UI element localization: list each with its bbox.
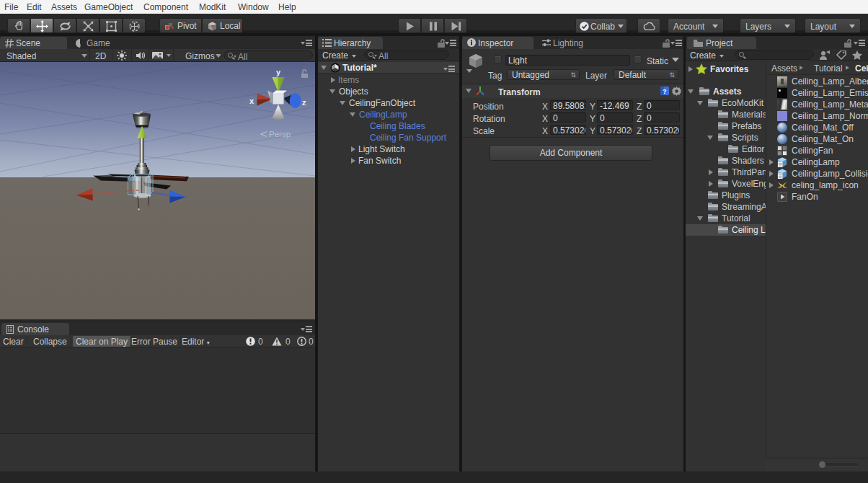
svg-text:?: ? <box>663 88 667 95</box>
svg-text:x: x <box>249 97 254 105</box>
svg-text:z: z <box>302 98 306 107</box>
svg-text:Persp: Persp <box>269 130 291 138</box>
svg-text:y: y <box>276 68 281 76</box>
